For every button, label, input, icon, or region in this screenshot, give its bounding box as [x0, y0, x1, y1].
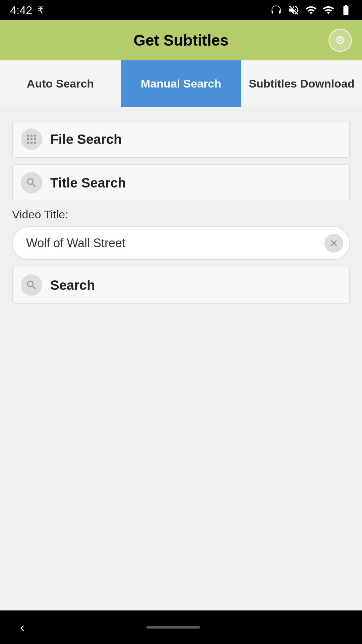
search-button[interactable]: Search — [12, 267, 350, 304]
currency-icon: ₹ — [38, 5, 44, 16]
tab-manual-search[interactable]: Manual Search — [121, 60, 241, 107]
header: Get Subtitles ⚙ — [0, 20, 362, 60]
search-btn-icon — [25, 279, 38, 291]
headphones-icon — [270, 4, 282, 16]
video-title-label: Video Title: — [12, 208, 350, 221]
search-icon — [25, 177, 38, 189]
status-time: 4:42 — [10, 4, 32, 17]
mute-icon — [288, 4, 300, 16]
search-btn-icon-wrapper — [21, 274, 42, 296]
signal-icon — [322, 4, 335, 16]
tab-auto-search[interactable]: Auto Search — [0, 60, 121, 107]
app-title: Get Subtitles — [133, 31, 229, 49]
file-search-label: File Search — [50, 132, 122, 147]
clear-input-button[interactable] — [324, 234, 343, 253]
tab-bar: Auto Search Manual Search Subtitles Down… — [0, 60, 362, 107]
close-icon — [329, 238, 339, 248]
search-button-label: Search — [50, 278, 95, 293]
grid-icon-wrapper — [21, 128, 42, 150]
home-indicator[interactable] — [146, 626, 200, 629]
title-search-button[interactable]: Title Search — [12, 164, 350, 201]
video-title-input[interactable] — [12, 226, 350, 260]
status-bar-right — [270, 4, 352, 16]
back-button[interactable]: ‹ — [20, 620, 24, 635]
tab-subtitles-download[interactable]: Subtitles Download — [241, 60, 362, 107]
video-title-input-wrapper — [12, 226, 350, 260]
main-content: File Search Title Search Video Title: Se… — [0, 107, 362, 610]
wifi-icon — [305, 4, 317, 16]
status-bar: 4:42 ₹ — [0, 0, 362, 20]
status-bar-left: 4:42 ₹ — [10, 4, 44, 17]
file-search-button[interactable]: File Search — [12, 121, 350, 158]
grid-icon — [25, 133, 38, 145]
settings-button[interactable]: ⚙ — [328, 29, 352, 52]
title-search-label: Title Search — [50, 175, 126, 191]
gear-icon: ⚙ — [335, 34, 345, 47]
search-icon-wrapper — [21, 172, 42, 194]
bottom-nav: ‹ — [0, 610, 362, 644]
battery-icon — [340, 4, 352, 16]
